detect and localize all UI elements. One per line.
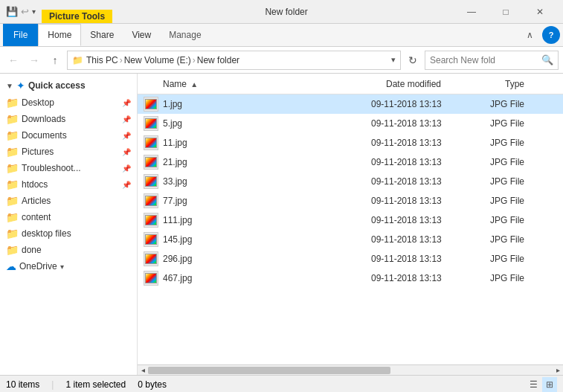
folder-icon: 📁 [6,228,19,240]
sidebar-item-documents[interactable]: 📁 Documents 📌 [0,127,137,144]
search-icon: 🔍 [541,54,553,65]
undo-icon[interactable]: ↩ [21,6,29,17]
table-row[interactable]: 467.jpg 09-11-2018 13:13 JPG File [138,269,563,288]
search-input[interactable] [430,55,538,65]
path-thispc: This PC [86,55,118,65]
forward-button[interactable]: → [25,51,43,69]
tab-manage[interactable]: Manage [160,24,210,46]
sidebar-item-content[interactable]: 📁 content [0,209,137,225]
quick-save-icon[interactable]: 💾 [6,6,18,17]
maximize-button[interactable]: □ [489,0,523,24]
table-row[interactable]: 33.jpg 09-11-2018 13:13 JPG File [138,172,563,191]
folder-icon: 📁 [6,146,19,158]
sidebar-item-pictures[interactable]: 📁 Pictures 📌 [0,144,137,160]
file-icon [144,213,158,228]
table-row[interactable]: 111.jpg 09-11-2018 13:13 JPG File [138,211,563,230]
file-type: JPG File [490,99,557,109]
file-name: 467.jpg [163,273,371,283]
file-type: JPG File [490,176,557,187]
up-button[interactable]: ↑ [46,51,64,69]
file-size: 0 bytes [138,379,167,390]
onedrive-label: OneDrive [19,261,57,271]
sidebar-expand-icon[interactable]: ▾ [60,263,64,271]
expand-icon[interactable]: ▼ [6,82,13,90]
table-row[interactable]: 1.jpg 09-11-2018 13:13 JPG File [138,94,563,114]
table-row[interactable]: 145.jpg 09-11-2018 13:13 JPG File [138,230,563,249]
table-row[interactable]: 11.jpg 09-11-2018 13:13 JPG File [138,133,563,152]
tiles-view-button[interactable]: ⊞ [542,377,557,392]
refresh-button[interactable]: ↻ [404,51,422,69]
quick-access-label: Quick access [28,80,86,91]
file-type: JPG File [490,273,557,283]
help-button[interactable]: ? [542,26,560,44]
file-type: JPG File [490,138,557,148]
sidebar-label: htdocs [22,179,120,190]
hscroll-right-button[interactable]: ▸ [553,365,563,376]
folder-icon: 📁 [6,244,19,256]
folder-icon: 📁 [6,211,19,223]
file-date: 09-11-2018 13:13 [371,273,490,283]
sidebar-item-articles[interactable]: 📁 Articles [0,193,137,209]
file-name: 111.jpg [163,215,371,225]
file-type: JPG File [490,118,557,129]
minimize-button[interactable]: — [454,0,489,24]
sidebar-label: done [22,245,131,255]
file-date: 09-11-2018 13:13 [371,157,490,167]
sidebar-item-htdocs[interactable]: 📁 htdocs 📌 [0,176,137,193]
file-icon [144,97,158,112]
tab-share[interactable]: Share [81,24,123,46]
file-icon [144,155,158,170]
file-name: 11.jpg [163,138,371,148]
file-date: 09-11-2018 13:13 [371,176,490,187]
sidebar-item-desktop[interactable]: 📁 Desktop 📌 [0,94,137,111]
col-header-date[interactable]: Date modified [386,79,505,89]
path-dropdown-icon[interactable]: ▾ [391,55,396,65]
sidebar-item-onedrive[interactable]: ☁ OneDrive ▾ [0,258,137,274]
onedrive-icon: ☁ [6,260,16,272]
back-button[interactable]: ← [4,51,22,69]
file-icon [144,174,158,189]
file-area: Name ▲ Date modified Type 1.jpg 09-11-20… [138,74,563,375]
table-row[interactable]: 77.jpg 09-11-2018 13:13 JPG File [138,191,563,211]
tab-home[interactable]: Home [38,24,81,46]
folder-icon: 📁 [6,129,19,141]
sidebar-item-troubleshoot...[interactable]: 📁 Troubleshoot... 📌 [0,160,137,176]
file-list: 1.jpg 09-11-2018 13:13 JPG File 5.jpg 09… [138,94,563,364]
file-name: 33.jpg [163,176,371,187]
hscroll-thumb[interactable] [148,367,390,374]
pin-icon: 📌 [122,115,131,123]
table-row[interactable]: 296.jpg 09-11-2018 13:13 JPG File [138,249,563,269]
details-view-button[interactable]: ☰ [526,377,541,392]
table-row[interactable]: 5.jpg 09-11-2018 13:13 JPG File [138,114,563,133]
col-header-name[interactable]: Name ▲ [163,79,386,89]
address-path[interactable]: 📁 This PC › New Volume (E:) › New folder… [67,51,401,70]
tab-view[interactable]: View [123,24,160,46]
pin-icon: 📌 [122,181,131,189]
tab-file[interactable]: File [3,24,38,46]
file-icon [144,116,158,131]
folder-icon: 📁 [6,97,19,109]
sidebar-item-desktop-files[interactable]: 📁 desktop files [0,225,137,242]
main-area: ▼ ✦ Quick access 📁 Desktop 📌 📁 Downloads… [0,74,563,375]
file-icon [144,232,158,247]
quick-access-star-icon: ✦ [16,80,25,91]
sidebar-item-downloads[interactable]: 📁 Downloads 📌 [0,111,137,127]
col-header-type[interactable]: Type [505,79,557,89]
picture-tools-tab[interactable]: Picture Tools [42,10,112,23]
file-date: 09-11-2018 13:13 [371,196,490,206]
customize-quick-access-icon[interactable]: ▾ [32,7,36,16]
sidebar-label: Documents [22,130,120,141]
selected-info: 1 item selected [65,379,126,390]
table-row[interactable]: 21.jpg 09-11-2018 13:13 JPG File [138,152,563,172]
file-name: 21.jpg [163,157,371,167]
path-volume: New Volume (E:) [124,55,191,65]
close-button[interactable]: ✕ [523,0,557,24]
sidebar-item-done[interactable]: 📁 done [0,242,137,258]
search-box[interactable]: 🔍 [425,51,559,70]
hscroll-track[interactable] [148,365,553,376]
ribbon-collapse-icon[interactable]: ∧ [521,30,539,40]
hscroll-left-button[interactable]: ◂ [138,365,148,376]
folder-icon: 📁 [6,113,19,125]
file-icon [144,135,158,150]
file-name: 77.jpg [163,196,371,206]
